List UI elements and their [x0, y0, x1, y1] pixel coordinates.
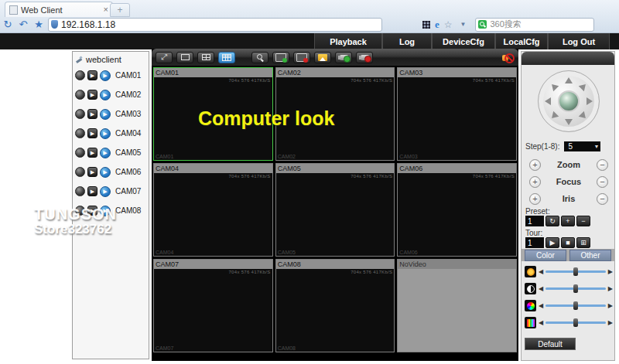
ptz-right-icon[interactable] — [587, 97, 593, 105]
single-split-icon[interactable] — [176, 52, 193, 63]
bookmark-star-icon[interactable]: ★ — [31, 19, 46, 30]
substream-play-icon[interactable]: ▶ — [87, 186, 97, 196]
iris-minus-button[interactable]: − — [597, 193, 608, 205]
close-all-preview-icon[interactable] — [293, 52, 310, 63]
cell-video[interactable]: 704x 576 417Kb/S CAM03 — [398, 77, 516, 160]
tab-color[interactable]: Color — [525, 250, 566, 261]
mainstream-play-icon[interactable]: ▶ — [100, 186, 111, 197]
slider-right-icon[interactable]: ▶ — [608, 285, 613, 292]
nav-logout-button[interactable]: Log Out — [548, 33, 610, 49]
channel-row[interactable]: ▶ ▶ CAM03 — [73, 104, 149, 124]
video-cell-cam07[interactable]: CAM07 704x 576 417Kb/S CAM07 — [153, 259, 273, 352]
nav-log-button[interactable]: Log — [382, 33, 432, 49]
tab-other[interactable]: Other — [569, 250, 611, 261]
ptz-upleft-icon[interactable] — [549, 82, 559, 92]
qr-code-icon[interactable] — [422, 21, 430, 29]
start-record-icon[interactable] — [335, 52, 352, 63]
stop-record-icon[interactable] — [356, 52, 373, 63]
mainstream-play-icon[interactable]: ▶ — [100, 167, 111, 178]
cell-video[interactable]: 704x 576 417Kb/S CAM07 — [154, 269, 272, 352]
slider-right-icon[interactable]: ▶ — [608, 302, 613, 309]
tour-patrol-icon[interactable]: ⊞ — [576, 237, 590, 248]
record-toggle-icon[interactable] — [75, 148, 85, 158]
slider-left-icon[interactable]: ◀ — [539, 319, 543, 326]
mute-all-icon[interactable] — [501, 52, 515, 63]
tour-play-icon[interactable]: ▶ — [545, 237, 559, 248]
open-all-preview-icon[interactable] — [272, 52, 289, 63]
slider-left-icon[interactable]: ◀ — [539, 302, 543, 309]
step-select[interactable]: 5 ▼ — [564, 141, 600, 151]
cell-video[interactable]: 704x 576 417Kb/S CAM05 — [276, 173, 395, 256]
video-cell-cam08[interactable]: CAM08 704x 576 417Kb/S CAM08 — [275, 259, 395, 352]
substream-play-icon[interactable]: ▶ — [87, 70, 97, 80]
focus-minus-button[interactable]: − — [597, 176, 608, 188]
quad-split-icon[interactable] — [197, 52, 214, 63]
ptz-upright-icon[interactable] — [579, 82, 589, 92]
color-slider[interactable] — [545, 321, 606, 324]
address-bar[interactable]: 192.168.1.18 — [48, 18, 382, 32]
substream-play-icon[interactable]: ▶ — [87, 128, 97, 138]
nav-localcfg-button[interactable]: LocalCfg — [495, 33, 548, 49]
mainstream-play-icon[interactable]: ▶ — [100, 128, 111, 139]
ptz-direction-pad[interactable] — [538, 70, 600, 132]
preset-input[interactable]: 1 — [525, 216, 544, 226]
nine-split-icon[interactable] — [218, 52, 235, 63]
ptz-downleft-icon[interactable] — [549, 111, 559, 121]
substream-play-icon[interactable]: ▶ — [87, 167, 97, 177]
slider-thumb[interactable] — [573, 301, 578, 310]
preset-add-icon[interactable]: + — [561, 216, 575, 226]
record-toggle-icon[interactable] — [75, 186, 85, 196]
favorites-star-icon[interactable]: ☆ — [444, 19, 453, 30]
ie-compat-icon[interactable]: e — [435, 19, 439, 31]
preset-remove-icon[interactable]: − — [576, 216, 590, 226]
channel-row[interactable]: ▶ ▶ CAM04 — [73, 124, 149, 143]
record-toggle-icon[interactable] — [75, 90, 85, 100]
substream-play-icon[interactable]: ▶ — [87, 109, 97, 119]
preset-goto-icon[interactable]: ↻ — [545, 216, 559, 226]
video-cell-novideo[interactable]: NoVideo — [397, 259, 517, 352]
channel-row[interactable]: ▶ ▶ CAM02 — [73, 85, 149, 104]
zoom-minus-button[interactable]: − — [597, 159, 608, 171]
ptz-center-orb[interactable] — [558, 90, 580, 112]
nav-playback-button[interactable]: Playback — [314, 33, 382, 49]
mainstream-play-icon[interactable]: ▶ — [100, 148, 111, 158]
slider-thumb[interactable] — [573, 318, 578, 327]
video-cell-cam05[interactable]: CAM05 704x 576 417Kb/S CAM05 — [275, 163, 395, 257]
back-icon[interactable]: ↶ — [15, 19, 31, 30]
ptz-up-icon[interactable] — [565, 77, 573, 83]
mainstream-play-icon[interactable]: ▶ — [100, 70, 111, 81]
ptz-downright-icon[interactable] — [579, 111, 589, 121]
ptz-left-icon[interactable] — [545, 97, 551, 105]
refresh-icon[interactable]: ↻ — [0, 19, 15, 30]
focus-plus-button[interactable]: + — [529, 176, 541, 188]
video-cell-cam03[interactable]: CAM03 704x 576 417Kb/S CAM03 — [397, 67, 517, 161]
search-box[interactable]: 360搜索 — [475, 18, 594, 32]
substream-play-icon[interactable]: ▶ — [87, 148, 97, 158]
browser-tab[interactable]: Web Client × — [5, 2, 113, 17]
cell-video[interactable] — [398, 269, 516, 352]
toolbar-dropdown-icon[interactable]: ▼ — [460, 21, 467, 28]
tour-input[interactable]: 1 — [525, 237, 544, 248]
channel-row[interactable]: ▶ ▶ CAM07 — [73, 182, 149, 201]
record-toggle-icon[interactable] — [75, 70, 85, 80]
contrast-slider[interactable] — [545, 287, 606, 290]
tour-stop-icon[interactable]: ■ — [561, 237, 575, 248]
snapshot-icon[interactable] — [314, 52, 331, 63]
tab-close-icon[interactable]: × — [104, 5, 108, 14]
cell-video[interactable]: 704x 576 417Kb/S CAM06 — [398, 173, 516, 256]
cell-video[interactable]: 704x 576 417Kb/S CAM04 — [154, 173, 272, 256]
slider-right-icon[interactable]: ▶ — [608, 268, 613, 275]
record-toggle-icon[interactable] — [75, 128, 85, 138]
digital-zoom-icon[interactable] — [251, 52, 268, 63]
fullscreen-icon[interactable]: ⤢ — [156, 52, 173, 63]
ptz-down-icon[interactable] — [565, 119, 573, 125]
video-cell-cam04[interactable]: CAM04 704x 576 417Kb/S CAM04 — [153, 163, 273, 257]
cell-video[interactable]: 704x 576 417Kb/S CAM08 — [276, 269, 395, 352]
slider-right-icon[interactable]: ▶ — [608, 319, 613, 326]
mainstream-play-icon[interactable]: ▶ — [100, 109, 111, 120]
substream-play-icon[interactable]: ▶ — [87, 90, 97, 100]
record-toggle-icon[interactable] — [75, 167, 85, 177]
channel-row[interactable]: ▶ ▶ CAM06 — [73, 162, 149, 182]
channel-row[interactable]: ▶ ▶ CAM01 — [73, 66, 149, 85]
zoom-plus-button[interactable]: + — [529, 159, 541, 171]
